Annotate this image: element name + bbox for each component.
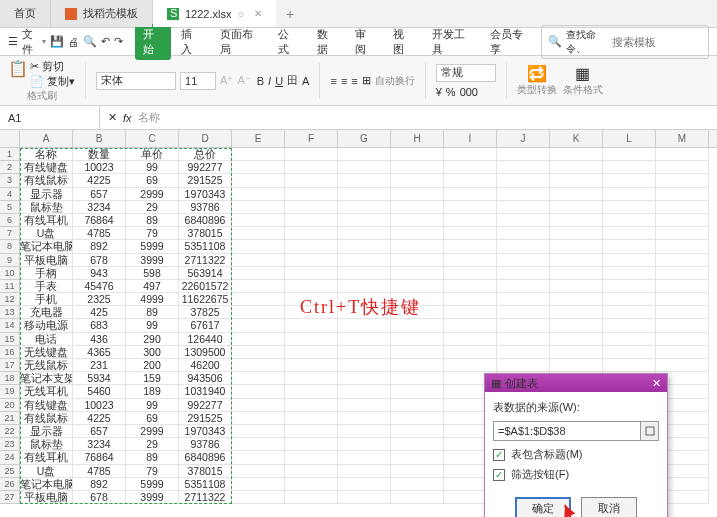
cell[interactable] — [444, 174, 497, 187]
cell[interactable]: 有线鼠标 — [20, 174, 73, 187]
cell[interactable]: 无线耳机 — [20, 385, 73, 398]
col-header[interactable]: A — [20, 130, 73, 147]
cell[interactable] — [444, 240, 497, 253]
cell[interactable]: 移动电源 — [20, 319, 73, 332]
cell[interactable] — [232, 385, 285, 398]
cell[interactable] — [338, 385, 391, 398]
cell[interactable] — [338, 451, 391, 464]
row-header[interactable]: 15 — [0, 333, 20, 346]
command-search[interactable]: 🔍 查找命令、 — [541, 25, 709, 59]
cell[interactable] — [444, 188, 497, 201]
cell[interactable] — [232, 346, 285, 359]
cell[interactable] — [603, 227, 656, 240]
row-header[interactable]: 23 — [0, 438, 20, 451]
row-header[interactable]: 17 — [0, 359, 20, 372]
cell[interactable] — [391, 267, 444, 280]
col-header[interactable]: G — [338, 130, 391, 147]
print-icon[interactable]: 🖨 — [68, 36, 79, 48]
row-header[interactable]: 12 — [0, 293, 20, 306]
cell[interactable]: 291525 — [179, 412, 232, 425]
cell[interactable]: 29 — [126, 201, 179, 214]
menu-页面布局[interactable]: 页面布局 — [212, 24, 269, 60]
cell[interactable] — [550, 227, 603, 240]
type-convert-icon[interactable]: 🔁 — [517, 64, 557, 83]
cell[interactable]: 有线耳机 — [20, 451, 73, 464]
menu-会员专享[interactable]: 会员专享 — [482, 24, 539, 60]
cell[interactable] — [497, 333, 550, 346]
cell[interactable] — [338, 438, 391, 451]
cell[interactable]: 678 — [73, 254, 126, 267]
cell[interactable]: 2711322 — [179, 491, 232, 504]
row-header[interactable]: 1 — [0, 148, 20, 161]
cell[interactable]: 平板电脑 — [20, 254, 73, 267]
cell[interactable] — [603, 148, 656, 161]
cell[interactable] — [338, 372, 391, 385]
cell[interactable]: 290 — [126, 333, 179, 346]
cell[interactable]: 76864 — [73, 451, 126, 464]
cell[interactable]: 46200 — [179, 359, 232, 372]
tab-template[interactable]: 找稻壳模板 — [51, 0, 152, 27]
cell[interactable] — [285, 372, 338, 385]
cell[interactable] — [232, 201, 285, 214]
cell[interactable] — [232, 188, 285, 201]
cell[interactable] — [285, 227, 338, 240]
cell[interactable]: 4365 — [73, 346, 126, 359]
cell[interactable] — [603, 280, 656, 293]
row-header[interactable]: 10 — [0, 267, 20, 280]
cell[interactable] — [550, 214, 603, 227]
cell[interactable] — [603, 319, 656, 332]
row-header[interactable]: 11 — [0, 280, 20, 293]
cell[interactable] — [232, 293, 285, 306]
cell[interactable] — [656, 188, 709, 201]
font-name-select[interactable] — [96, 72, 176, 90]
cell[interactable]: 10023 — [73, 399, 126, 412]
cell[interactable] — [232, 280, 285, 293]
cell[interactable] — [391, 478, 444, 491]
row-header[interactable]: 6 — [0, 214, 20, 227]
cell[interactable]: 5351108 — [179, 478, 232, 491]
cell[interactable] — [391, 174, 444, 187]
col-header[interactable]: E — [232, 130, 285, 147]
format-painter-label[interactable]: 格式刷 — [27, 89, 57, 103]
cell[interactable] — [550, 359, 603, 372]
cell[interactable] — [656, 254, 709, 267]
menu-公式[interactable]: 公式 — [270, 24, 306, 60]
cell[interactable]: 手柄 — [20, 267, 73, 280]
cell[interactable] — [444, 254, 497, 267]
cancel-formula-icon[interactable]: ✕ — [108, 111, 117, 124]
cell[interactable] — [232, 451, 285, 464]
cell[interactable] — [338, 174, 391, 187]
col-header[interactable]: B — [73, 130, 126, 147]
cell[interactable] — [338, 359, 391, 372]
cell[interactable]: 943 — [73, 267, 126, 280]
cell[interactable]: 29 — [126, 438, 179, 451]
cell[interactable]: 2999 — [126, 188, 179, 201]
cell[interactable] — [391, 319, 444, 332]
cell[interactable] — [338, 319, 391, 332]
cell[interactable] — [444, 161, 497, 174]
cell[interactable] — [232, 227, 285, 240]
cell[interactable] — [391, 201, 444, 214]
cell[interactable]: 3999 — [126, 491, 179, 504]
cell[interactable] — [497, 148, 550, 161]
cell[interactable]: 5460 — [73, 385, 126, 398]
col-header[interactable]: H — [391, 130, 444, 147]
cell[interactable] — [285, 399, 338, 412]
cell[interactable] — [550, 161, 603, 174]
redo-icon[interactable]: ↷ — [114, 35, 123, 48]
cell[interactable] — [338, 333, 391, 346]
search-input[interactable] — [612, 36, 702, 48]
cell[interactable]: 2711322 — [179, 254, 232, 267]
cell[interactable] — [656, 161, 709, 174]
cell[interactable] — [391, 372, 444, 385]
cell[interactable]: 1970343 — [179, 188, 232, 201]
cell[interactable] — [603, 293, 656, 306]
cell[interactable]: 67617 — [179, 319, 232, 332]
cell[interactable] — [285, 267, 338, 280]
cell[interactable] — [338, 465, 391, 478]
cell[interactable]: 手机 — [20, 293, 73, 306]
cell[interactable] — [232, 174, 285, 187]
cell[interactable] — [285, 174, 338, 187]
cell[interactable] — [285, 438, 338, 451]
cell[interactable]: 99 — [126, 319, 179, 332]
